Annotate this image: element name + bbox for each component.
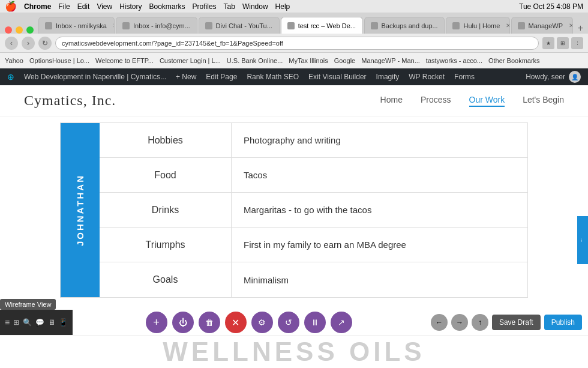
tab-close-icon[interactable]: ✕ — [506, 22, 509, 29]
divi-toolbar-right: ← → ↑ Save Draft Publish — [425, 314, 588, 331]
menu-edit[interactable]: Edit — [77, 2, 90, 11]
tab-close-icon[interactable]: ✕ — [444, 22, 445, 29]
bookmark-welcome[interactable]: Welcome to EFTP... — [95, 57, 154, 64]
nav-home[interactable]: Home — [380, 95, 403, 107]
menu-bookmarks[interactable]: Bookmarks — [149, 2, 185, 11]
nav-prev-button[interactable]: ← — [431, 314, 448, 331]
bookmark-yahoo[interactable]: Yahoo — [5, 57, 23, 64]
more-icon[interactable]: ⋮ — [571, 37, 583, 49]
tab-favicon — [371, 22, 378, 29]
row-value-hobbies: Photography and writing — [232, 123, 527, 157]
divi-export-button[interactable]: ↗ — [331, 312, 352, 333]
bookmark-managewp[interactable]: ManageWP - Man... — [361, 57, 420, 64]
forward-button[interactable]: › — [22, 37, 35, 50]
table-row: Hobbies Photography and writing — [100, 123, 527, 158]
divi-grid-icon[interactable]: ⊞ — [13, 318, 19, 327]
bookmark-other[interactable]: Other Bookmarks — [488, 57, 540, 64]
menu-window[interactable]: Window — [242, 2, 268, 11]
tab-close-icon[interactable]: ✕ — [278, 22, 280, 29]
close-button[interactable] — [5, 26, 12, 34]
tab-close-icon[interactable]: ✕ — [196, 22, 197, 29]
row-value-food: Tacos — [232, 158, 527, 192]
wp-new[interactable]: + New — [176, 73, 196, 81]
divi-mobile-icon[interactable]: 📱 — [59, 318, 68, 327]
divi-hamburger-icon[interactable]: ≡ — [5, 318, 10, 327]
divi-power-button[interactable]: ⏻ — [172, 312, 194, 333]
wp-edit-page[interactable]: Edit Page — [206, 73, 237, 81]
bookmark-mytax[interactable]: MyTax Illinois — [289, 57, 328, 64]
bookmark-customer[interactable]: Customer Login | L... — [160, 57, 221, 64]
wp-site-name[interactable]: Web Development in Naperville | Cymatics… — [24, 73, 166, 81]
divi-chat-icon[interactable]: 💬 — [35, 318, 44, 327]
divi-add-button[interactable]: + — [146, 312, 167, 333]
tab-hulu[interactable]: Hulu | Home ✕ — [446, 17, 509, 34]
tab-favicon — [122, 22, 130, 29]
tab-label: Hulu | Home — [463, 22, 500, 29]
name-column: JOHNATHAN — [61, 123, 100, 297]
menu-tab[interactable]: Tab — [224, 2, 235, 11]
divi-close-button[interactable]: ✕ — [225, 312, 247, 333]
tab-inbox-1[interactable]: Inbox - nmilkyska ✕ — [38, 17, 115, 34]
divi-settings-button[interactable]: ⚙ — [251, 312, 273, 333]
tab-favicon — [45, 22, 52, 29]
tab-close-icon[interactable]: ✕ — [569, 22, 573, 29]
bookmarks-icon[interactable]: ★ — [542, 37, 554, 49]
menu-view[interactable]: View — [97, 2, 112, 11]
wp-rank-math[interactable]: Rank Math SEO — [247, 73, 299, 81]
scroll-hint[interactable]: ... — [577, 216, 588, 264]
wp-logo: ⊕ — [7, 72, 14, 82]
browser-actions: ★ ⊞ ⋮ — [542, 37, 583, 49]
menu-help[interactable]: Help — [275, 2, 290, 11]
tab-divi-chat[interactable]: Divi Chat - YouTu... ✕ — [199, 17, 280, 34]
divi-desktop-icon[interactable]: 🖥 — [48, 318, 55, 327]
divi-toolbar-left: ≡ ⊞ 🔍 💬 🖥 📱 — [0, 310, 73, 335]
data-columns: Hobbies Photography and writing Food Tac… — [100, 123, 527, 297]
bookmark-tastyworks[interactable]: tastyworks - acco... — [426, 57, 482, 64]
nav-process[interactable]: Process — [421, 95, 451, 107]
divi-toolbar-center: + ⏻ 🗑 ✕ ⚙ ↺ ⏸ ↗ — [73, 312, 425, 333]
browser-nav-bar: ‹ › ↻ cymaticswebdevelopment.com/?page_i… — [0, 34, 588, 53]
tab-backups[interactable]: Backups and dup... ✕ — [364, 17, 445, 34]
divi-undo-button[interactable]: ↺ — [278, 312, 299, 333]
menu-history[interactable]: History — [119, 2, 142, 11]
wp-admin-bar: ⊕ Web Development in Naperville | Cymati… — [0, 68, 588, 85]
macos-menu-bar: 🍎 Chrome File Edit View History Bookmark… — [0, 0, 588, 13]
maximize-button[interactable] — [26, 26, 34, 34]
reload-button[interactable]: ↻ — [38, 37, 52, 50]
back-button[interactable]: ‹ — [5, 37, 18, 50]
extensions-icon[interactable]: ⊞ — [557, 37, 569, 49]
wp-imagify[interactable]: Imagify — [376, 73, 400, 81]
tab-close-icon[interactable]: ✕ — [113, 22, 115, 29]
tab-inbox-2[interactable]: Inbox - info@cym... ✕ — [116, 17, 197, 34]
tab-close-icon[interactable]: ✕ — [362, 22, 362, 29]
divi-search-icon[interactable]: 🔍 — [23, 318, 32, 327]
site-logo: Cymatics, Inc. — [24, 92, 116, 109]
tab-bar: Inbox - nmilkyska ✕ Inbox - info@cym... … — [0, 13, 588, 34]
minimize-button[interactable] — [16, 26, 23, 34]
bookmark-google[interactable]: Google — [334, 57, 355, 64]
wp-forms[interactable]: Forms — [454, 73, 475, 81]
wp-exit-visual[interactable]: Exit Visual Builder — [308, 73, 367, 81]
table-row: Goals Minimalism — [100, 262, 527, 297]
divi-delete-button[interactable]: 🗑 — [199, 312, 220, 333]
menu-profiles[interactable]: Profiles — [193, 2, 217, 11]
address-bar[interactable]: cymaticswebdevelopment.com/?page_id=2371… — [55, 37, 539, 50]
website-content: Cymatics, Inc. Home Process Our Work Let… — [0, 85, 588, 310]
new-tab-button[interactable]: + — [578, 23, 583, 34]
nav-up-button[interactable]: ↑ — [472, 314, 488, 331]
tab-managewp[interactable]: ManageWP ✕ — [511, 17, 573, 34]
nav-next-button[interactable]: → — [451, 314, 468, 331]
bookmark-optionshouse[interactable]: OptionsHouse | Lo... — [29, 57, 89, 64]
publish-button[interactable]: Publish — [544, 315, 582, 330]
menu-file[interactable]: File — [58, 2, 70, 11]
nav-our-work[interactable]: Our Work — [469, 95, 505, 107]
tab-test-rcc[interactable]: test rcc – Web De... ✕ — [281, 17, 363, 34]
row-label-goals: Goals — [100, 262, 232, 297]
save-draft-button[interactable]: Save Draft — [492, 315, 541, 330]
tab-favicon — [205, 22, 212, 29]
wp-rocket[interactable]: WP Rocket — [409, 73, 445, 81]
bookmark-usbank[interactable]: U.S. Bank Online... — [227, 57, 283, 64]
nav-lets-begin[interactable]: Let's Begin — [523, 95, 564, 107]
divi-pause-button[interactable]: ⏸ — [304, 312, 326, 333]
wp-howdy: Howdy, seer — [526, 73, 565, 81]
